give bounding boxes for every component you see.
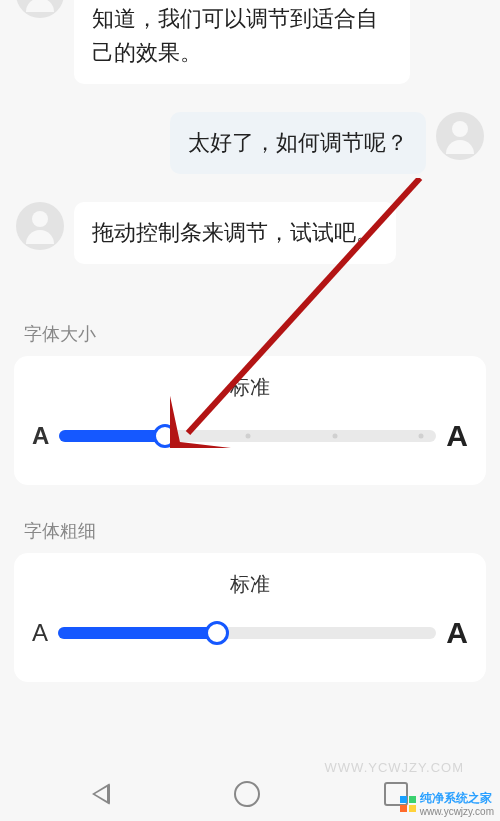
font-size-slider-row: A A bbox=[32, 419, 468, 453]
slider-thumb[interactable] bbox=[205, 621, 229, 645]
chat-message-right: 太好了，如何调节呢？ bbox=[16, 112, 484, 174]
small-a-icon: A bbox=[32, 422, 49, 450]
font-weight-slider-row: A A bbox=[32, 616, 468, 650]
font-size-section-label: 字体大小 bbox=[0, 322, 500, 356]
message-bubble: 拖动控制条来调节，试试吧。 bbox=[74, 202, 396, 264]
avatar-icon bbox=[16, 202, 64, 250]
slider-fill bbox=[59, 430, 165, 442]
chat-area: 知道，我们可以调节到适合自己的效果。 太好了，如何调节呢？ 拖动控制条来调节，试… bbox=[0, 0, 500, 322]
watermark-brand: 纯净系统之家 bbox=[420, 790, 494, 807]
watermark-url: WWW.YCWJZY.COM bbox=[325, 760, 464, 775]
big-a-icon: A bbox=[446, 616, 468, 650]
watermark-suburl: www.ycwjzy.com bbox=[420, 807, 494, 817]
watermark-text-wrap: 纯净系统之家 www.ycwjzy.com bbox=[420, 790, 494, 817]
chat-message-left: 拖动控制条来调节，试试吧。 bbox=[16, 202, 484, 264]
font-size-value-label: 标准 bbox=[32, 374, 468, 401]
slider-tick bbox=[245, 434, 250, 439]
font-weight-slider[interactable] bbox=[58, 623, 436, 643]
nav-back-icon[interactable] bbox=[92, 783, 110, 805]
avatar-icon bbox=[16, 0, 64, 18]
font-weight-value-label: 标准 bbox=[32, 571, 468, 598]
watermark-badge: 纯净系统之家 www.ycwjzy.com bbox=[400, 790, 494, 817]
message-bubble: 知道，我们可以调节到适合自己的效果。 bbox=[74, 0, 410, 84]
chat-message-left: 知道，我们可以调节到适合自己的效果。 bbox=[16, 0, 484, 84]
font-size-card: 标准 A A bbox=[14, 356, 486, 485]
watermark-logo-icon bbox=[400, 796, 416, 812]
avatar-icon bbox=[436, 112, 484, 160]
slider-thumb[interactable] bbox=[153, 424, 177, 448]
font-weight-card: 标准 A A bbox=[14, 553, 486, 682]
nav-home-icon[interactable] bbox=[234, 781, 260, 807]
slider-fill bbox=[58, 627, 217, 639]
message-bubble: 太好了，如何调节呢？ bbox=[170, 112, 426, 174]
big-a-icon: A bbox=[446, 419, 468, 453]
font-size-slider[interactable] bbox=[59, 426, 436, 446]
slider-tick bbox=[332, 434, 337, 439]
font-weight-section-label: 字体粗细 bbox=[0, 519, 500, 553]
slider-tick bbox=[419, 434, 424, 439]
small-a-icon: A bbox=[32, 619, 48, 647]
